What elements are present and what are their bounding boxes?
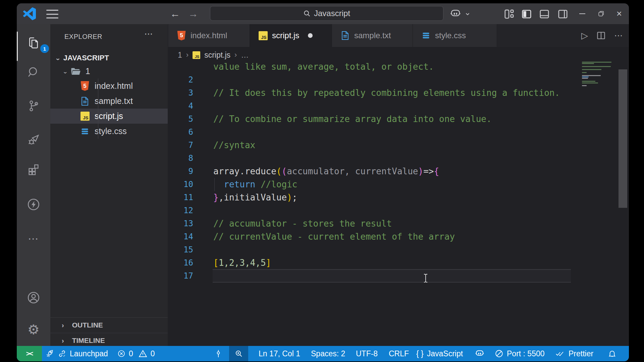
- breadcrumb-folder[interactable]: 1: [178, 51, 182, 60]
- slash-circle-icon: [495, 349, 503, 358]
- eol-sequence[interactable]: CRLF: [389, 346, 409, 361]
- indentation[interactable]: Spaces: 2: [311, 346, 345, 361]
- vscode-window: ← → Javascript: [17, 3, 629, 361]
- minimap[interactable]: [582, 62, 615, 115]
- folder-name: 1: [86, 66, 90, 76]
- txt-file-icon: [340, 30, 350, 41]
- customize-layout-icon[interactable]: [503, 9, 515, 19]
- code-line-1[interactable]: value like sum, average, total, or objec…: [213, 60, 434, 73]
- code-line-3[interactable]: // It does this by repeatedly combining …: [213, 86, 560, 100]
- menu-hamburger-icon[interactable]: [46, 10, 58, 18]
- source-control-icon[interactable]: [21, 94, 46, 118]
- notifications-bell-icon[interactable]: [608, 346, 616, 361]
- chevron-right-icon: ›: [186, 51, 189, 59]
- tab-script.js[interactable]: JSscript.js: [250, 24, 332, 47]
- account-icon[interactable]: [21, 286, 46, 310]
- cursor-position[interactable]: Ln 17, Col 1: [259, 346, 300, 361]
- folder-row[interactable]: ⌄ 1: [50, 64, 168, 79]
- tab-bar: 5index.htmlJSscript.jssample.txtstyle.cs…: [168, 24, 629, 47]
- css-file-icon: [80, 126, 90, 137]
- line-number: 7: [174, 139, 193, 152]
- vertical-scrollbar[interactable]: [619, 69, 627, 208]
- copilot-icon[interactable]: [449, 8, 462, 19]
- launchpad-item[interactable]: Launchpad: [46, 346, 108, 361]
- tree-item-sample.txt[interactable]: sample.txt: [50, 94, 168, 109]
- editor-more-actions-button[interactable]: ⋯: [614, 31, 623, 41]
- txt-file-icon: [80, 96, 90, 107]
- tab-index.html[interactable]: 5index.html: [168, 24, 250, 47]
- file-name: sample.txt: [95, 96, 133, 106]
- breadcrumb-symbol[interactable]: …: [241, 51, 249, 60]
- chevron-down-icon: ⌄: [55, 55, 61, 61]
- port-label: Port : 5500: [507, 349, 545, 358]
- tree-indent-guide: [98, 78, 98, 139]
- chevron-right-icon: ›: [62, 321, 64, 329]
- forward-button[interactable]: →: [186, 7, 200, 20]
- file-name: index.html: [95, 81, 133, 91]
- command-center-search[interactable]: Javascript: [210, 6, 443, 21]
- back-button[interactable]: ←: [168, 7, 182, 20]
- tab-label: script.js: [272, 31, 299, 40]
- code-line-16[interactable]: [1,2,3,4,5]: [213, 256, 271, 269]
- workspace-root-row[interactable]: ⌄ JAVASCRIPT: [50, 50, 168, 65]
- minimize-button[interactable]: [576, 8, 588, 20]
- language-mode[interactable]: { } JavaScript: [416, 346, 463, 361]
- explorer-icon[interactable]: 1: [21, 31, 46, 55]
- active-view-indicator: [17, 32, 18, 61]
- problems-item[interactable]: 0 0: [117, 346, 155, 361]
- minimap-line: [582, 72, 587, 73]
- minimap-line: [582, 82, 598, 83]
- breadcrumb-file[interactable]: script.js: [204, 51, 230, 60]
- remote-indicator[interactable]: ><: [17, 346, 42, 361]
- modified-dot-icon[interactable]: [308, 33, 313, 38]
- braces-icon: { }: [416, 349, 424, 358]
- more-views-icon[interactable]: ⋯: [21, 227, 46, 251]
- line-number: 11: [174, 191, 193, 204]
- code-line-7[interactable]: //syntax: [213, 139, 255, 152]
- run-file-button[interactable]: ▷: [581, 31, 588, 41]
- run-debug-icon[interactable]: [21, 127, 46, 152]
- warning-icon: [139, 350, 147, 358]
- tab-style.css[interactable]: style.css: [413, 24, 497, 47]
- port-forward-icon[interactable]: [214, 346, 223, 361]
- extensions-icon[interactable]: [21, 158, 46, 182]
- explorer-more-actions-icon[interactable]: ⋯: [144, 29, 153, 39]
- toggle-panel-icon[interactable]: [538, 9, 550, 19]
- prettier-item[interactable]: Prettier: [555, 346, 593, 361]
- tree-item-style.css[interactable]: style.css: [50, 124, 168, 139]
- code-line-14[interactable]: // currentValue - current element of the…: [213, 230, 455, 243]
- zoom-indicator[interactable]: [229, 346, 248, 361]
- line-number: 3: [174, 86, 193, 100]
- double-check-icon: [555, 350, 565, 358]
- warning-count: 0: [151, 349, 155, 358]
- split-editor-button[interactable]: [597, 31, 605, 40]
- code-line-11[interactable]: },initialValue);: [213, 191, 297, 204]
- toggle-primary-sidebar-icon[interactable]: [521, 9, 533, 19]
- copilot-chevron-down-icon[interactable]: [464, 10, 472, 18]
- code-line-9[interactable]: array.reduce((accumulator, currentValue)…: [213, 165, 439, 178]
- live-server-port[interactable]: Port : 5500: [495, 346, 545, 361]
- minimap-line: [582, 63, 594, 64]
- code-line-10[interactable]: return //logic: [213, 178, 297, 191]
- thunder-client-icon[interactable]: [21, 192, 46, 217]
- html-file-icon: 5: [176, 30, 186, 41]
- line-number: [174, 60, 193, 73]
- search-view-icon[interactable]: [21, 60, 46, 84]
- section-outline[interactable]: ›OUTLINE: [50, 317, 168, 333]
- encoding[interactable]: UTF-8: [356, 346, 378, 361]
- line-number: 13: [174, 217, 193, 230]
- maximize-restore-button[interactable]: [595, 8, 607, 20]
- tab-sample.txt[interactable]: sample.txt: [332, 24, 413, 47]
- tree-item-index.html[interactable]: 5index.html: [50, 78, 168, 94]
- copilot-status-icon[interactable]: [475, 346, 485, 361]
- vscode-logo-icon: [23, 7, 36, 20]
- close-window-button[interactable]: ×: [613, 8, 625, 20]
- code-line-13[interactable]: // accumulator - stores the result: [213, 217, 392, 230]
- line-number: 15: [174, 243, 193, 256]
- code-line-5[interactable]: // To combine or summarize array data in…: [213, 113, 492, 126]
- settings-gear-icon[interactable]: ⚙: [21, 317, 46, 342]
- tree-item-script.js[interactable]: JSscript.js: [50, 109, 168, 124]
- toggle-secondary-sidebar-icon[interactable]: [557, 9, 569, 19]
- tab-label: index.html: [191, 31, 227, 40]
- tab-label: sample.txt: [354, 31, 391, 40]
